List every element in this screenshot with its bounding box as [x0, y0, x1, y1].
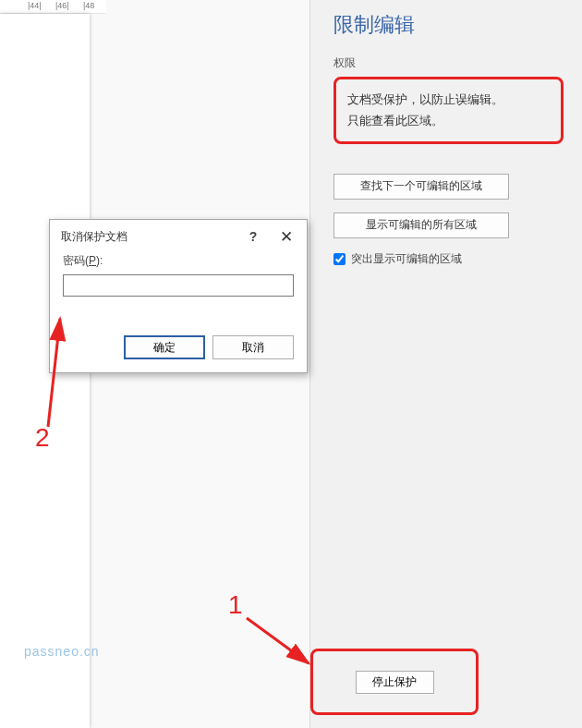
- info-line-1: 文档受保护，以防止误编辑。: [347, 89, 550, 110]
- find-next-region-button[interactable]: 查找下一个可编辑的区域: [333, 174, 509, 200]
- info-line-2: 只能查看此区域。: [347, 110, 550, 131]
- cancel-button[interactable]: 取消: [212, 335, 294, 359]
- ruler: |44| |46| |48: [0, 0, 106, 14]
- annotation-number-2: 2: [35, 423, 50, 453]
- ruler-tick-46: |46|: [54, 0, 71, 14]
- unprotect-document-dialog: 取消保护文档 ? ✕ 密码(P): 确定 取消: [49, 219, 308, 373]
- password-input[interactable]: [63, 274, 294, 297]
- stop-protection-box: 停止保护: [310, 649, 479, 715]
- dialog-title: 取消保护文档: [61, 229, 236, 245]
- permissions-label: 权限: [333, 55, 564, 71]
- password-label: 密码(P):: [63, 253, 294, 269]
- show-all-regions-button[interactable]: 显示可编辑的所有区域: [333, 212, 509, 238]
- watermark: passneo.cn: [24, 644, 100, 659]
- dialog-body: 密码(P):: [50, 253, 307, 297]
- annotation-number-1: 1: [228, 590, 243, 620]
- close-icon[interactable]: ✕: [270, 220, 303, 253]
- panel-title: 限制编辑: [333, 11, 564, 39]
- ruler-tick-44: |44|: [26, 0, 43, 14]
- ruler-tick-48: |48: [81, 0, 96, 14]
- restrict-editing-panel: 限制编辑 权限 文档受保护，以防止误编辑。 只能查看此区域。 查找下一个可编辑的…: [309, 0, 582, 728]
- stop-protection-button[interactable]: 停止保护: [356, 671, 434, 694]
- highlight-regions-checkbox[interactable]: [333, 253, 346, 265]
- highlight-regions-row[interactable]: 突出显示可编辑的区域: [333, 251, 564, 267]
- dialog-button-row: 确定 取消: [124, 335, 294, 359]
- dialog-help-icon[interactable]: ?: [236, 220, 270, 253]
- protection-info-box: 文档受保护，以防止误编辑。 只能查看此区域。: [333, 77, 564, 144]
- highlight-regions-label: 突出显示可编辑的区域: [351, 251, 462, 267]
- ok-button[interactable]: 确定: [124, 335, 205, 359]
- dialog-titlebar[interactable]: 取消保护文档 ? ✕: [50, 220, 307, 253]
